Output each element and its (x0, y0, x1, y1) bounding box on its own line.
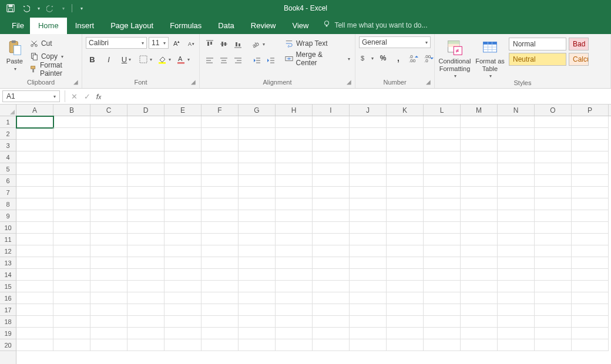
cell[interactable] (127, 128, 164, 140)
row-header[interactable]: 19 (0, 328, 16, 339)
cell[interactable] (572, 234, 609, 245)
column-header[interactable]: K (387, 105, 424, 116)
cell[interactable] (202, 234, 239, 245)
cell[interactable] (424, 234, 461, 245)
cell[interactable] (276, 210, 313, 222)
cell[interactable] (16, 198, 53, 210)
cell[interactable] (313, 175, 350, 187)
cell[interactable] (164, 151, 202, 163)
cell[interactable] (164, 257, 202, 269)
cell[interactable] (202, 281, 239, 292)
font-name-combo[interactable]: Calibri▾ (86, 37, 147, 49)
cell[interactable] (16, 140, 53, 151)
cell[interactable] (53, 269, 90, 281)
cell[interactable] (90, 163, 127, 175)
name-box[interactable]: A1▾ (2, 90, 60, 102)
row-header[interactable]: 12 (0, 245, 16, 257)
cell[interactable] (498, 163, 535, 175)
cell[interactable] (202, 328, 239, 339)
cell[interactable] (276, 198, 313, 210)
column-header[interactable]: D (127, 105, 164, 116)
cell[interactable] (535, 151, 572, 163)
cell[interactable] (572, 339, 609, 351)
cell[interactable] (202, 140, 239, 151)
cell[interactable] (127, 281, 164, 292)
cell[interactable] (16, 316, 53, 328)
cell[interactable] (202, 175, 239, 187)
cell[interactable] (387, 234, 424, 245)
cell[interactable] (202, 316, 239, 328)
cell[interactable] (53, 116, 90, 128)
bold-button[interactable]: B (86, 53, 99, 66)
cell[interactable] (313, 187, 350, 198)
cell[interactable] (350, 269, 387, 281)
cell[interactable] (387, 269, 424, 281)
cell[interactable] (424, 198, 461, 210)
cell[interactable] (350, 281, 387, 292)
align-top-icon[interactable] (203, 38, 216, 50)
cell[interactable] (313, 328, 350, 339)
decrease-decimal-icon[interactable]: .00.0 (422, 52, 435, 65)
column-header[interactable]: L (424, 105, 461, 116)
cell[interactable] (424, 140, 461, 151)
cell[interactable] (572, 140, 609, 151)
cell[interactable] (387, 339, 424, 351)
cell[interactable] (572, 198, 609, 210)
cell[interactable] (313, 234, 350, 245)
cell[interactable] (498, 187, 535, 198)
cell[interactable] (276, 304, 313, 316)
cell[interactable] (572, 222, 609, 234)
cell[interactable] (461, 163, 498, 175)
cell[interactable] (350, 245, 387, 257)
cell[interactable] (53, 281, 90, 292)
cell[interactable] (127, 257, 164, 269)
cell[interactable] (572, 328, 609, 339)
cell[interactable] (16, 292, 53, 304)
cell[interactable] (461, 222, 498, 234)
cell[interactable] (572, 316, 609, 328)
cell[interactable] (313, 316, 350, 328)
cell[interactable] (535, 187, 572, 198)
cell[interactable] (461, 339, 498, 351)
cell[interactable] (350, 116, 387, 128)
cell[interactable] (572, 187, 609, 198)
cell[interactable] (16, 128, 53, 140)
cell[interactable] (239, 234, 276, 245)
column-header[interactable]: I (313, 105, 350, 116)
cell[interactable] (387, 245, 424, 257)
cell[interactable] (387, 222, 424, 234)
row-header[interactable]: 2 (0, 128, 16, 140)
cell[interactable] (461, 257, 498, 269)
cell[interactable] (424, 175, 461, 187)
cell[interactable] (424, 222, 461, 234)
cell[interactable] (164, 198, 202, 210)
cell[interactable] (53, 222, 90, 234)
cell[interactable] (498, 222, 535, 234)
clipboard-launcher-icon[interactable]: ◢ (73, 79, 78, 85)
cell[interactable] (127, 292, 164, 304)
cell[interactable] (164, 316, 202, 328)
cell[interactable] (239, 257, 276, 269)
cell[interactable] (498, 269, 535, 281)
tab-formulas[interactable]: Formulas (162, 18, 210, 34)
cell[interactable] (461, 140, 498, 151)
cell[interactable] (572, 128, 609, 140)
cell[interactable] (461, 292, 498, 304)
cell[interactable] (90, 175, 127, 187)
format-as-table-button[interactable]: Format as Table▾ (474, 36, 506, 79)
cell[interactable] (387, 304, 424, 316)
cell[interactable] (313, 140, 350, 151)
cell[interactable] (387, 198, 424, 210)
cell[interactable] (535, 281, 572, 292)
cell[interactable] (276, 339, 313, 351)
cell[interactable] (90, 116, 127, 128)
cell[interactable] (90, 328, 127, 339)
row-header[interactable]: 7 (0, 187, 16, 198)
increase-font-icon[interactable]: A▴ (170, 36, 183, 49)
redo-icon[interactable] (46, 4, 55, 13)
cell[interactable] (127, 222, 164, 234)
cell[interactable] (535, 222, 572, 234)
cell[interactable] (535, 328, 572, 339)
cell[interactable] (164, 128, 202, 140)
cell[interactable] (387, 316, 424, 328)
